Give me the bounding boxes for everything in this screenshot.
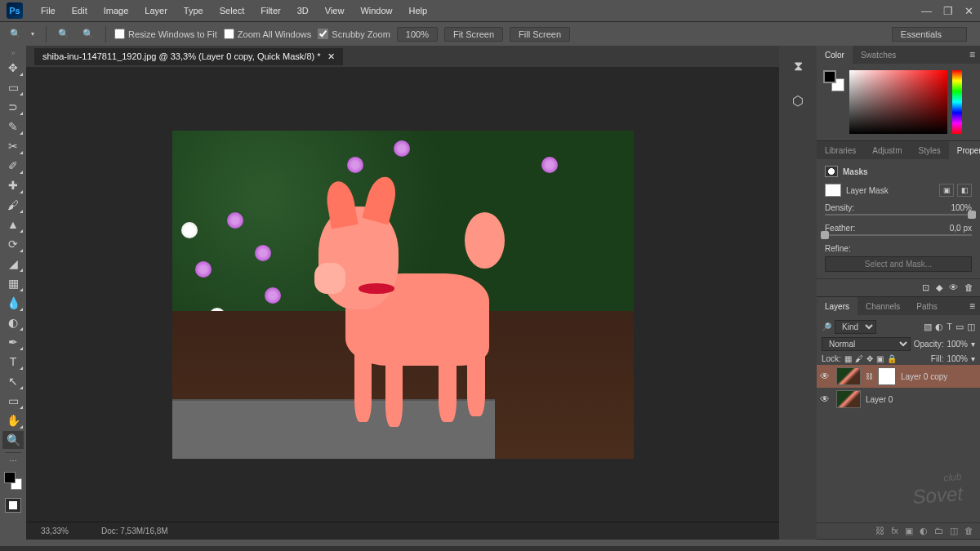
load-selection-icon[interactable]: ⊡ bbox=[922, 282, 929, 293]
menu-select[interactable]: Select bbox=[212, 6, 253, 16]
close-tab-icon[interactable]: ✕ bbox=[327, 51, 335, 62]
quick-mask-toggle[interactable] bbox=[5, 498, 21, 513]
feather-value[interactable]: 0,0 px bbox=[950, 224, 972, 233]
lock-position-icon[interactable]: ✥ bbox=[866, 354, 873, 363]
layer-row[interactable]: 👁 Layer 0 bbox=[817, 388, 980, 411]
eraser-tool[interactable]: ◢ bbox=[2, 255, 24, 273]
layers-tab[interactable]: Layers bbox=[817, 297, 858, 315]
menu-layer[interactable]: Layer bbox=[136, 6, 176, 16]
crop-tool[interactable]: ✂ bbox=[2, 137, 24, 155]
type-tool[interactable]: T bbox=[2, 353, 24, 371]
gradient-tool[interactable]: ▦ bbox=[2, 274, 24, 292]
group-icon[interactable]: 🗀 bbox=[934, 526, 943, 536]
menu-window[interactable]: Window bbox=[352, 6, 400, 16]
adjustments-tab[interactable]: Adjustm bbox=[864, 141, 910, 159]
panel-menu-icon[interactable]: ≡ bbox=[964, 300, 980, 312]
fit-screen-button[interactable]: Fit Screen bbox=[444, 27, 503, 42]
filter-shape-icon[interactable]: ▭ bbox=[956, 322, 964, 332]
shape-tool[interactable]: ▭ bbox=[2, 392, 24, 410]
lock-all-icon[interactable]: 🔒 bbox=[887, 354, 897, 363]
add-mask-icon[interactable]: ▣ bbox=[905, 526, 913, 536]
disable-mask-icon[interactable]: 👁 bbox=[949, 282, 958, 293]
history-panel-icon[interactable]: ⧗ bbox=[789, 57, 807, 75]
blend-mode-dropdown[interactable]: Normal bbox=[822, 337, 911, 351]
document-tab[interactable]: shiba-inu-1147811_1920.jpg @ 33,3% (Laye… bbox=[34, 48, 343, 65]
properties-tab[interactable]: Properties bbox=[949, 141, 980, 159]
libraries-tab[interactable]: Libraries bbox=[817, 141, 864, 159]
resize-windows-checkbox[interactable]: Resize Windows to Fit bbox=[114, 29, 217, 39]
delete-mask-icon[interactable]: 🗑 bbox=[964, 282, 973, 293]
history-brush-tool[interactable]: ⟳ bbox=[2, 235, 24, 253]
color-fg-bg-swatch[interactable] bbox=[823, 70, 844, 91]
blur-tool[interactable]: 💧 bbox=[2, 294, 24, 312]
menu-file[interactable]: File bbox=[33, 6, 64, 16]
tool-preset-dropdown[interactable]: ▾ bbox=[31, 30, 38, 38]
edit-toolbar-icon[interactable]: ⋯ bbox=[9, 456, 17, 465]
zoom-out-icon[interactable]: 🔍 bbox=[79, 25, 97, 43]
fill-screen-button[interactable]: Fill Screen bbox=[510, 27, 570, 42]
path-select-tool[interactable]: ↖ bbox=[2, 372, 24, 390]
visibility-icon[interactable]: 👁 bbox=[820, 393, 831, 405]
marquee-tool[interactable]: ▭ bbox=[2, 78, 24, 96]
menu-view[interactable]: View bbox=[317, 6, 353, 16]
pen-tool[interactable]: ✒ bbox=[2, 333, 24, 351]
zoom-100-button[interactable]: 100% bbox=[397, 27, 438, 42]
filter-pixel-icon[interactable]: ▧ bbox=[924, 322, 932, 332]
tool-preset-icon[interactable]: 🔍 bbox=[7, 25, 24, 43]
eyedropper-tool[interactable]: ✐ bbox=[2, 157, 24, 175]
apply-mask-icon[interactable]: ◆ bbox=[936, 282, 942, 293]
visibility-icon[interactable]: 👁 bbox=[820, 371, 831, 382]
lock-artboard-icon[interactable]: ▣ bbox=[876, 354, 884, 363]
menu-filter[interactable]: Filter bbox=[252, 6, 288, 16]
select-and-mask-button[interactable]: Select and Mask... bbox=[825, 256, 972, 272]
filter-smart-icon[interactable]: ◫ bbox=[967, 322, 975, 332]
filter-type-icon[interactable]: T bbox=[947, 322, 952, 332]
brush-tool[interactable]: 🖌 bbox=[2, 196, 24, 214]
close-icon[interactable]: ✕ bbox=[964, 5, 973, 17]
menu-edit[interactable]: Edit bbox=[64, 6, 96, 16]
adjustment-layer-icon[interactable]: ◐ bbox=[920, 526, 928, 536]
menu-3d[interactable]: 3D bbox=[289, 6, 317, 16]
delete-layer-icon[interactable]: 🗑 bbox=[964, 526, 973, 536]
paths-tab[interactable]: Paths bbox=[908, 297, 946, 315]
layer-thumbnail[interactable] bbox=[836, 367, 861, 385]
healing-tool[interactable]: ✚ bbox=[2, 176, 24, 194]
zoom-status[interactable]: 33,33% bbox=[41, 527, 69, 535]
pixel-mask-icon[interactable]: ▣ bbox=[939, 184, 954, 197]
styles-tab[interactable]: Styles bbox=[910, 141, 948, 159]
swatches-tab[interactable]: Swatches bbox=[853, 46, 904, 64]
link-icon[interactable]: ⛓ bbox=[866, 372, 873, 380]
zoom-in-icon[interactable]: 🔍 bbox=[55, 25, 73, 43]
dodge-tool[interactable]: ◐ bbox=[2, 313, 24, 331]
new-layer-icon[interactable]: ◫ bbox=[950, 526, 958, 536]
layer-thumbnail[interactable] bbox=[836, 390, 861, 408]
filter-adjust-icon[interactable]: ◐ bbox=[935, 322, 943, 332]
minimize-icon[interactable]: — bbox=[921, 5, 932, 17]
menu-image[interactable]: Image bbox=[96, 6, 137, 16]
vector-mask-icon[interactable]: ◧ bbox=[957, 184, 972, 197]
zoom-tool[interactable]: 🔍 bbox=[2, 431, 24, 449]
hue-slider[interactable] bbox=[952, 70, 962, 134]
menu-help[interactable]: Help bbox=[401, 6, 436, 16]
foreground-background-swatch[interactable] bbox=[2, 470, 24, 491]
layer-row[interactable]: 👁 ⛓ Layer 0 copy bbox=[817, 365, 980, 388]
maximize-icon[interactable]: ❐ bbox=[943, 5, 953, 17]
opacity-value[interactable]: 100% bbox=[947, 340, 968, 349]
stamp-tool[interactable]: ▲ bbox=[2, 216, 24, 233]
menu-type[interactable]: Type bbox=[176, 6, 212, 16]
scrubby-zoom-checkbox[interactable]: Scrubby Zoom bbox=[318, 29, 390, 39]
canvas-viewport[interactable] bbox=[26, 67, 779, 522]
panel-menu-icon[interactable]: ≡ bbox=[964, 49, 980, 60]
layer-name[interactable]: Layer 0 bbox=[866, 395, 893, 404]
layer-filter-dropdown[interactable]: Kind bbox=[835, 320, 876, 334]
lock-transparency-icon[interactable]: ▦ bbox=[844, 354, 852, 363]
doc-size-status[interactable]: Doc: 7,53M/16,8M bbox=[101, 527, 168, 535]
quick-select-tool[interactable]: ✎ bbox=[2, 118, 24, 136]
fill-value[interactable]: 100% bbox=[947, 354, 968, 363]
move-tool[interactable]: ✥ bbox=[2, 59, 24, 77]
3d-panel-icon[interactable]: ⬡ bbox=[789, 91, 807, 109]
lock-pixels-icon[interactable]: 🖌 bbox=[855, 354, 863, 363]
workspace-dropdown[interactable]: Essentials bbox=[892, 27, 967, 42]
mask-thumbnail[interactable] bbox=[825, 184, 841, 197]
lasso-tool[interactable]: ⊃ bbox=[2, 98, 24, 116]
